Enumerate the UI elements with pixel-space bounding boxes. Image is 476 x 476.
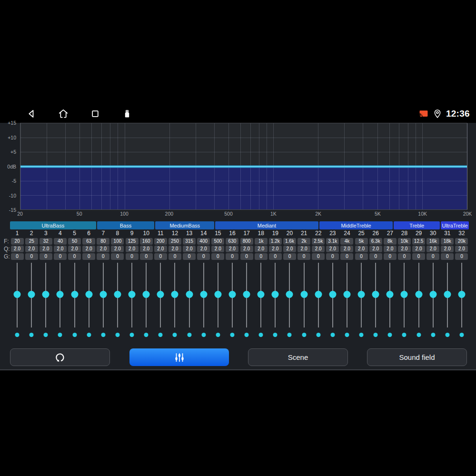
band-dot[interactable]: [359, 333, 364, 337]
band-dot[interactable]: [431, 333, 435, 337]
band-dot[interactable]: [316, 333, 320, 337]
band-frequency-chip[interactable]: 25: [25, 238, 38, 245]
slider-thumb[interactable]: [14, 291, 21, 298]
band-dot[interactable]: [44, 333, 48, 337]
band-frequency-chip[interactable]: 16k: [426, 238, 439, 245]
slider-thumb[interactable]: [358, 291, 365, 298]
band-gain-chip[interactable]: 0: [398, 253, 411, 260]
slider-thumb[interactable]: [343, 291, 350, 298]
band-dot[interactable]: [374, 333, 378, 337]
slider-thumb[interactable]: [372, 291, 379, 298]
slider-thumb[interactable]: [214, 291, 221, 298]
slider-thumb[interactable]: [129, 291, 136, 298]
gain-slider[interactable]: [10, 262, 24, 339]
band-dot[interactable]: [15, 333, 20, 337]
band-dot[interactable]: [259, 333, 263, 337]
gain-slider[interactable]: [125, 262, 139, 339]
band-q-chip[interactable]: 2.0: [326, 246, 339, 252]
band-q-chip[interactable]: 2.0: [54, 246, 67, 252]
band-frequency-chip[interactable]: 3.1k: [326, 238, 339, 245]
band-dot[interactable]: [187, 333, 191, 337]
band-q-chip[interactable]: 2.0: [97, 246, 109, 252]
band-q-chip[interactable]: 2.0: [426, 246, 439, 252]
band-frequency-chip[interactable]: 20k: [455, 238, 468, 245]
gain-slider[interactable]: [354, 262, 368, 339]
gain-slider[interactable]: [340, 262, 354, 339]
slider-thumb[interactable]: [286, 291, 293, 298]
band-dot[interactable]: [459, 333, 464, 337]
band-frequency-chip[interactable]: 250: [169, 238, 181, 245]
band-frequency-chip[interactable]: 5k: [355, 238, 368, 245]
gain-slider[interactable]: [168, 262, 182, 339]
gain-slider[interactable]: [383, 262, 397, 339]
band-q-chip[interactable]: 2.0: [25, 246, 38, 252]
band-gain-chip[interactable]: 0: [183, 253, 196, 260]
band-gain-chip[interactable]: 0: [326, 253, 339, 260]
band-gain-chip[interactable]: 0: [111, 253, 124, 260]
gain-slider[interactable]: [82, 262, 96, 339]
band-gain-chip[interactable]: 0: [126, 253, 139, 260]
band-dot[interactable]: [402, 333, 407, 337]
band-frequency-chip[interactable]: 80: [97, 238, 109, 245]
sound-field-button[interactable]: Sound field: [367, 348, 467, 366]
band-q-chip[interactable]: 2.0: [283, 246, 296, 252]
band-dot[interactable]: [445, 333, 449, 337]
gain-slider[interactable]: [426, 262, 440, 339]
band-frequency-chip[interactable]: 18k: [441, 238, 454, 245]
slider-thumb[interactable]: [171, 291, 178, 298]
band-dot[interactable]: [173, 333, 177, 337]
band-gain-chip[interactable]: 0: [197, 253, 210, 260]
band-q-chip[interactable]: 2.0: [169, 246, 181, 252]
band-dot[interactable]: [302, 333, 306, 337]
band-gain-chip[interactable]: 0: [169, 253, 181, 260]
gain-slider[interactable]: [225, 262, 239, 339]
band-dot[interactable]: [115, 333, 119, 337]
band-gain-chip[interactable]: 0: [154, 253, 167, 260]
scene-button[interactable]: Scene: [248, 348, 348, 366]
band-dot[interactable]: [345, 333, 349, 337]
band-q-chip[interactable]: 2.0: [441, 246, 454, 252]
band-gain-chip[interactable]: 0: [40, 253, 52, 260]
reset-button[interactable]: [10, 348, 110, 366]
slider-thumb[interactable]: [42, 291, 50, 298]
gain-slider[interactable]: [412, 262, 426, 339]
band-frequency-chip[interactable]: 160: [140, 238, 153, 245]
slider-thumb[interactable]: [28, 291, 35, 298]
band-frequency-chip[interactable]: 20: [11, 238, 24, 245]
gain-slider[interactable]: [153, 262, 168, 339]
band-frequency-chip[interactable]: 32: [40, 238, 52, 245]
slider-thumb[interactable]: [444, 291, 451, 298]
band-q-chip[interactable]: 2.0: [126, 246, 139, 252]
gain-slider[interactable]: [368, 262, 383, 339]
slider-thumb[interactable]: [401, 291, 408, 298]
band-gain-chip[interactable]: 0: [255, 253, 268, 260]
band-q-chip[interactable]: 2.0: [226, 246, 238, 252]
gain-slider[interactable]: [96, 262, 110, 339]
slider-thumb[interactable]: [458, 291, 465, 298]
band-q-chip[interactable]: 2.0: [340, 246, 353, 252]
band-frequency-chip[interactable]: 125: [126, 238, 139, 245]
band-gain-chip[interactable]: 0: [82, 253, 95, 260]
band-frequency-chip[interactable]: 1.2k: [269, 238, 282, 245]
gain-slider[interactable]: [110, 262, 125, 339]
band-gain-chip[interactable]: 0: [312, 253, 325, 260]
band-dot[interactable]: [58, 333, 62, 337]
band-frequency-chip[interactable]: 1.6k: [283, 238, 296, 245]
band-gain-chip[interactable]: 0: [25, 253, 38, 260]
band-frequency-chip[interactable]: 100: [111, 238, 124, 245]
slider-thumb[interactable]: [157, 291, 164, 298]
slider-thumb[interactable]: [186, 291, 193, 298]
gain-slider[interactable]: [182, 262, 197, 339]
band-frequency-chip[interactable]: 8k: [384, 238, 397, 245]
band-gain-chip[interactable]: 0: [240, 253, 253, 260]
band-frequency-chip[interactable]: 2k: [298, 238, 310, 245]
band-q-chip[interactable]: 2.0: [298, 246, 310, 252]
band-dot[interactable]: [230, 333, 234, 337]
gain-slider[interactable]: [53, 262, 67, 339]
band-q-chip[interactable]: 2.0: [355, 246, 368, 252]
band-frequency-chip[interactable]: 200: [154, 238, 167, 245]
slider-thumb[interactable]: [99, 291, 107, 298]
gain-slider[interactable]: [311, 262, 326, 339]
band-dot[interactable]: [245, 333, 249, 337]
gain-slider[interactable]: [455, 262, 469, 339]
